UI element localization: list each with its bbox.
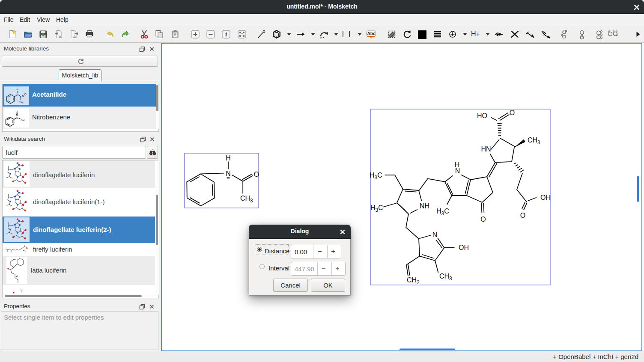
- svg-text:H: H: [17, 88, 18, 91]
- svg-text:H3C: H3C: [370, 172, 382, 181]
- svg-text:NH: NH: [420, 202, 429, 210]
- svg-text:O: O: [520, 212, 525, 219]
- svg-text:O: O: [480, 216, 486, 223]
- svg-text:H3C: H3C: [370, 204, 383, 213]
- svg-text:HO: HO: [477, 112, 487, 119]
- svg-text:O: O: [254, 171, 259, 178]
- svg-text:N: N: [16, 116, 18, 119]
- svg-text:CH3: CH3: [240, 195, 253, 204]
- svg-text:O: O: [510, 109, 515, 116]
- svg-text:N: N: [432, 231, 438, 238]
- svg-text:CH2: CH2: [407, 276, 420, 285]
- svg-text:O: O: [16, 110, 18, 113]
- svg-text:N: N: [226, 170, 231, 177]
- svg-text:Abc: Abc: [367, 31, 376, 36]
- svg-text:N: N: [17, 93, 19, 96]
- svg-text:1: 1: [225, 32, 228, 38]
- svg-text:CH3: CH3: [528, 136, 540, 145]
- svg-text:3: 3: [22, 102, 24, 104]
- svg-text:OH: OH: [540, 194, 551, 201]
- svg-text:CH3: CH3: [439, 273, 452, 282]
- svg-text:H3C: H3C: [436, 208, 449, 217]
- svg-text:HN: HN: [481, 145, 491, 153]
- svg-text:OH: OH: [21, 119, 24, 122]
- svg-text:OH: OH: [459, 244, 469, 251]
- svg-text:N: N: [455, 167, 460, 175]
- svg-text:H: H: [226, 154, 231, 162]
- svg-text:O: O: [24, 93, 27, 96]
